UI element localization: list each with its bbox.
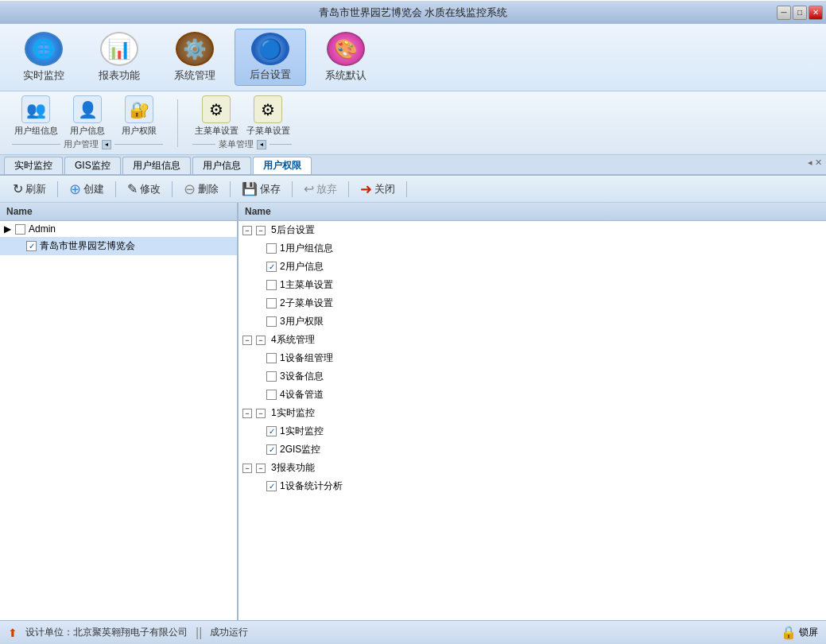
title-bar: 青岛市世界园艺博览会 水质在线监控系统 ─ □ ✕ xyxy=(0,0,826,24)
main-menu-icon: ⚙ xyxy=(202,95,231,123)
delete-icon: ⊖ xyxy=(184,180,196,198)
g5-4-checkbox[interactable] xyxy=(266,298,277,308)
modify-button[interactable]: ✎ 修改 xyxy=(121,179,167,199)
maximize-button[interactable]: □ xyxy=(793,6,807,20)
tree-g5-3[interactable]: 1主菜单设置 xyxy=(238,276,826,294)
tab-close-area[interactable]: ◂ ✕ xyxy=(808,157,822,168)
row-arrow: ▶ xyxy=(4,223,15,235)
left-panel: Name ▶ Admin ✓ 青岛市世界园艺博览会 xyxy=(0,203,238,620)
tab-gis[interactable]: GIS监控 xyxy=(64,157,121,174)
sep4 xyxy=(230,181,231,197)
g3-toggle[interactable]: − xyxy=(242,464,252,473)
qingdao-checkbox[interactable]: ✓ xyxy=(26,241,37,251)
toolbar-sysdefault[interactable]: 🎨 系统默认 xyxy=(310,29,382,86)
close-icon: ➜ xyxy=(360,180,372,198)
tree-g5-4[interactable]: 2子菜单设置 xyxy=(238,294,826,312)
g4-1-label: 1设备组管理 xyxy=(280,351,333,365)
tab-realtime[interactable]: 实时监控 xyxy=(4,157,63,174)
tree-g5[interactable]: − − 5后台设置 xyxy=(238,221,826,239)
minimize-button[interactable]: ─ xyxy=(777,6,791,20)
group-line-right xyxy=(114,144,163,145)
tree-g5-5[interactable]: 3用户权限 xyxy=(238,312,826,331)
g1-toggle2[interactable]: − xyxy=(256,409,266,418)
close-button[interactable]: ➜ 关闭 xyxy=(354,178,401,200)
user-mgmt-expand[interactable]: ◂ xyxy=(102,140,111,149)
report-icon: 📊 xyxy=(100,32,138,66)
g5-1-checkbox[interactable] xyxy=(266,243,277,254)
tree-g4[interactable]: − − 4系统管理 xyxy=(238,331,826,349)
lock-button[interactable]: 🔒 锁屏 xyxy=(781,625,818,640)
toolbar-report[interactable]: 📊 报表功能 xyxy=(83,29,155,86)
tab-user-perm[interactable]: 用户权限 xyxy=(253,157,312,174)
user-icon: 👤 xyxy=(73,95,102,123)
menu-mgmt-label-bar: 菜单管理 ◂ xyxy=(192,138,292,150)
sub-menu-button[interactable]: ⚙ 子菜单设置 xyxy=(244,95,292,137)
g4-2-checkbox[interactable] xyxy=(266,371,277,382)
main-menu-button[interactable]: ⚙ 主菜单设置 xyxy=(192,95,240,137)
user-group-info-button[interactable]: 👥 用户组信息 xyxy=(12,95,60,137)
g4-toggle[interactable]: − xyxy=(242,336,252,345)
tree-g5-1[interactable]: 1用户组信息 xyxy=(238,239,826,258)
g3-1-label: 1设备统计分析 xyxy=(280,479,343,493)
g4-1-checkbox[interactable] xyxy=(266,353,277,363)
refresh-button[interactable]: ↻ 刷新 xyxy=(6,179,52,199)
tree-item-qingdao[interactable]: ✓ 青岛市世界园艺博览会 xyxy=(0,237,237,255)
tree-g3-1[interactable]: ✓ 1设备统计分析 xyxy=(238,477,826,495)
g5-3-checkbox[interactable] xyxy=(266,280,277,290)
g1-2-label: 2GIS监控 xyxy=(280,443,320,456)
toolbar-realtime-label: 实时监控 xyxy=(23,68,64,83)
g5-toggle2[interactable]: − xyxy=(256,226,266,235)
tab-nav-prev[interactable]: ◂ xyxy=(808,157,812,168)
tree-g5-2[interactable]: ✓ 2用户信息 xyxy=(238,258,826,276)
tree-g4-3[interactable]: 4设备管道 xyxy=(238,386,826,404)
tab-close-button[interactable]: ✕ xyxy=(815,157,822,168)
user-perm-button[interactable]: 🔐 用户权限 xyxy=(115,95,163,137)
window-controls[interactable]: ─ □ ✕ xyxy=(777,6,823,20)
g3-toggle2[interactable]: − xyxy=(256,464,266,473)
discard-button[interactable]: ↩ 放弃 xyxy=(297,179,343,199)
g1-2-checkbox[interactable]: ✓ xyxy=(266,444,277,455)
tree-g3[interactable]: − − 3报表功能 xyxy=(238,459,826,477)
right-panel-header: Name xyxy=(238,203,826,221)
tree-g4-2[interactable]: 3设备信息 xyxy=(238,367,826,386)
tree-g1[interactable]: − − 1实时监控 xyxy=(238,404,826,422)
g5-2-checkbox[interactable]: ✓ xyxy=(266,262,277,272)
g1-1-checkbox[interactable]: ✓ xyxy=(266,426,277,436)
g5-5-checkbox[interactable] xyxy=(266,316,277,327)
toolbar-realtime[interactable]: 🌐 实时监控 xyxy=(8,29,79,86)
save-button[interactable]: 💾 保存 xyxy=(235,179,287,199)
g3-label: 3报表功能 xyxy=(271,461,315,475)
tree-g1-1[interactable]: ✓ 1实时监控 xyxy=(238,422,826,440)
tree-g1-2[interactable]: ✓ 2GIS监控 xyxy=(238,440,826,459)
modify-icon: ✎ xyxy=(127,181,138,196)
tree-item-admin[interactable]: ▶ Admin xyxy=(0,221,237,237)
toolbar-system[interactable]: ⚙️ 系统管理 xyxy=(159,29,231,86)
g5-2-label: 2用户信息 xyxy=(280,260,324,274)
g4-toggle2[interactable]: − xyxy=(256,336,266,345)
delete-button[interactable]: ⊖ 删除 xyxy=(177,178,225,200)
user-mgmt-group: 👥 用户组信息 👤 用户信息 🔐 用户权限 用户管理 ◂ xyxy=(12,95,163,150)
sep7 xyxy=(406,181,407,197)
menu-mgmt-expand[interactable]: ◂ xyxy=(257,140,266,149)
user-info-button[interactable]: 👤 用户信息 xyxy=(64,95,111,137)
close-window-button[interactable]: ✕ xyxy=(809,6,823,20)
status-sep: || xyxy=(196,626,202,640)
admin-checkbox[interactable] xyxy=(15,224,25,235)
tab-user-info[interactable]: 用户信息 xyxy=(192,157,251,174)
g5-toggle[interactable]: − xyxy=(242,226,252,235)
toolbar-backend[interactable]: 🔵 后台设置 xyxy=(235,29,306,86)
tree-g4-1[interactable]: 1设备组管理 xyxy=(238,349,826,367)
status-label: 成功运行 xyxy=(210,626,248,639)
g5-1-label: 1用户组信息 xyxy=(280,242,333,255)
toolbar-sysdefault-label: 系统默认 xyxy=(325,68,366,83)
g4-3-checkbox[interactable] xyxy=(266,390,277,400)
toolbar-system-label: 系统管理 xyxy=(174,68,215,83)
tab-user-group[interactable]: 用户组信息 xyxy=(122,157,191,174)
create-button[interactable]: ⊕ 创建 xyxy=(63,178,111,200)
sub-toolbar: 👥 用户组信息 👤 用户信息 🔐 用户权限 用户管理 ◂ ⚙ 主菜单设置 xyxy=(0,91,826,155)
user-mgmt-label-bar: 用户管理 ◂ xyxy=(12,138,163,150)
g1-toggle[interactable]: − xyxy=(242,409,252,418)
g3-1-checkbox[interactable]: ✓ xyxy=(266,481,277,491)
user-perm-icon: 🔐 xyxy=(125,95,153,123)
main-menu-label: 主菜单设置 xyxy=(195,125,238,137)
